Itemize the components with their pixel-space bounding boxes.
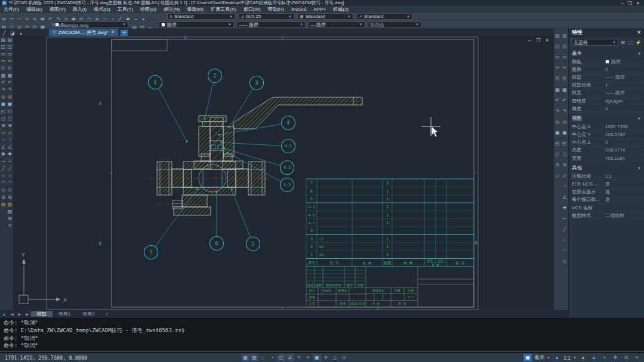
distance-icon[interactable]: ▤ (554, 32, 561, 39)
table-icon[interactable]: ─ (0, 158, 7, 165)
mech-weld-icon[interactable]: ≋ (561, 161, 568, 169)
audit-icon[interactable]: ▣ (554, 129, 561, 137)
property-row[interactable]: 中心点 Z0 (569, 139, 644, 147)
prev-tab-icon[interactable]: ◀ (8, 312, 16, 316)
edit-polyline-icon[interactable]: ◇ (7, 187, 13, 193)
multiline-text-icon[interactable]: ╱ (0, 165, 7, 172)
layout-tab-模型[interactable]: 模型 (31, 311, 53, 317)
offset-icon[interactable]: ✂ (7, 58, 13, 64)
property-row[interactable]: 厚度0 (569, 105, 644, 113)
linetype-dropdown[interactable]: —— 随层 ▼ (236, 21, 306, 28)
property-row[interactable]: 注释比例1:1 (569, 172, 644, 180)
cycle-select-toggle-icon[interactable]: ✛ (322, 354, 330, 361)
properties-section-header[interactable]: 基本▼ (572, 50, 641, 57)
hatch-icon[interactable]: ◔ (0, 137, 7, 143)
close-tab-icon[interactable]: ✕ (111, 30, 115, 35)
mech-gear-icon[interactable]: ✚ (561, 204, 568, 212)
selection-dropdown[interactable]: 无选择 ▼ (571, 39, 618, 46)
transparency-toggle-icon[interactable]: ▣ (313, 354, 321, 361)
osnap-toggle-icon[interactable]: ◻ (277, 354, 285, 361)
trim-icon[interactable]: ◰ (7, 108, 13, 115)
area-icon[interactable]: ◫ (554, 42, 561, 50)
id-point-icon[interactable]: ⎘ (554, 75, 561, 83)
donut-icon[interactable]: ○ (0, 172, 7, 179)
chamfer-icon[interactable]: ∠ (7, 144, 13, 150)
mass-properties-icon[interactable]: ▭ (554, 53, 561, 61)
measure-icon[interactable]: ⊞ (0, 194, 7, 200)
viewport-object-icon[interactable]: ⊟ (7, 215, 13, 222)
status-menu-icon[interactable]: ≡ (633, 354, 641, 361)
ellipse-icon[interactable]: ▣ (0, 101, 7, 107)
eraser-icon[interactable]: ◪ (8, 30, 17, 36)
units-value[interactable]: 毫米 (534, 354, 544, 361)
property-row[interactable]: 图层0 (569, 66, 644, 73)
group-icon[interactable]: ◠ (7, 180, 13, 186)
property-row[interactable]: 打开 UCS ...是 (569, 180, 644, 188)
property-row[interactable]: 中心点 X1652.7395 (569, 123, 644, 131)
extend-icon[interactable]: ◻ (7, 115, 13, 122)
property-row[interactable]: 颜色随层 (569, 58, 644, 66)
list-icon[interactable]: ✂ (554, 64, 561, 72)
mech-annotation-icon[interactable]: ◠ (561, 247, 568, 255)
first-tab-icon[interactable]: ▲ (0, 313, 8, 316)
scale-icon[interactable]: ↷ (7, 86, 13, 93)
mech-bearing-icon[interactable]: ─ (561, 215, 568, 222)
erase-icon[interactable]: ▤ (7, 36, 13, 43)
property-row[interactable]: 视觉样式二维线框 (569, 212, 644, 219)
mech-help-icon[interactable]: ◇ (561, 258, 568, 265)
property-row[interactable]: 线型——随层 (569, 73, 644, 81)
spline-icon[interactable]: ◎ (0, 94, 7, 100)
mech-title-block-icon[interactable]: ↷ (561, 107, 568, 115)
graphics-config-toggle-icon[interactable]: ⊙ (340, 354, 348, 361)
drawing-canvas[interactable]: 12344-14-24-3567 7161514-314-214-1143c11… (13, 36, 554, 310)
purge-icon[interactable]: ◎ (554, 118, 561, 126)
menu-item[interactable]: 插入(I) (69, 6, 91, 13)
divide-icon[interactable]: ◇ (0, 187, 7, 193)
insert-block-icon[interactable]: ◻ (0, 115, 7, 122)
menu-item[interactable]: 帮助(H) (264, 6, 288, 13)
quick-calc-icon[interactable]: ▦ (554, 86, 561, 94)
fillet-icon[interactable]: ✚ (7, 151, 13, 157)
rotate-icon[interactable]: ↶ (7, 79, 13, 86)
mech-standard-icon[interactable]: ▤ (561, 32, 568, 39)
menu-item[interactable]: 格式(O) (90, 6, 114, 13)
mech-construction-icon[interactable]: ▭ (561, 53, 568, 61)
command-window[interactable]: 命令: *取消*命令: E:\Data_ZW\ZWCAD_temp\ZWCADM… (0, 318, 644, 353)
fullscreen-icon[interactable]: ⊡ (622, 354, 630, 361)
doc-tab[interactable]: ▤Drawing1.dwg (49, 21, 118, 29)
dim-style-dropdown[interactable]: ⊿ ISO-25 ▼ (238, 13, 294, 20)
create-block-icon[interactable]: ≋ (0, 122, 7, 129)
lineweight-dropdown[interactable]: — 随层 ▼ (308, 21, 365, 28)
lineweight-toggle-icon[interactable]: ≡ (304, 354, 312, 361)
polygon-icon[interactable]: ✂ (0, 58, 7, 64)
toggle-pickadd-icon[interactable]: ⊞ (620, 39, 626, 46)
snap-toggle-icon[interactable]: ▥ (250, 354, 258, 361)
recover-icon[interactable]: ◰ (554, 140, 561, 147)
boundary-icon[interactable]: ▥ (0, 201, 7, 208)
plot-style-dropdown[interactable]: 随颜色 ▼ (368, 21, 421, 28)
properties-section-header[interactable]: 其他▼ (572, 165, 641, 172)
window-close-button[interactable]: ✕ (636, 1, 640, 6)
last-tab-icon[interactable]: ▶ (23, 312, 31, 316)
options-icon[interactable]: ◻ (554, 150, 561, 158)
array-icon[interactable]: ⎘ (7, 65, 13, 72)
named-views-icon[interactable]: ⊞ (7, 194, 13, 200)
mech-layer-icon[interactable]: ◫ (561, 42, 568, 50)
viewport-polygonal-icon[interactable]: ▨ (7, 208, 13, 215)
mech-dimension-icon[interactable]: ▣ (561, 129, 568, 137)
viewport-clip-icon[interactable]: ≡ (7, 222, 13, 229)
time-icon[interactable]: ↶ (554, 97, 561, 104)
menu-item[interactable]: 窗口(W) (240, 6, 264, 13)
mech-frame-icon[interactable]: ◎ (561, 118, 568, 126)
ellipse-arc-icon[interactable]: ◰ (0, 108, 7, 115)
properties-section-header[interactable]: 视图▼ (572, 115, 641, 122)
mech-library-icon[interactable]: ○ (561, 236, 568, 244)
table-style-dropdown[interactable]: ▦ Standard ▼ (297, 13, 353, 20)
viewport-minimize-button[interactable]: ─ (528, 38, 531, 43)
mech-centerline-icon[interactable]: ✂ (561, 64, 568, 72)
dynamic-input-toggle-icon[interactable]: ✎ (295, 354, 303, 361)
mech-spring-icon[interactable]: ∠ (561, 193, 568, 201)
construction-line-icon[interactable]: ◫ (0, 44, 7, 50)
polyline-icon[interactable]: ▭ (0, 51, 7, 57)
mech-bom-icon[interactable]: ↶ (561, 97, 568, 104)
